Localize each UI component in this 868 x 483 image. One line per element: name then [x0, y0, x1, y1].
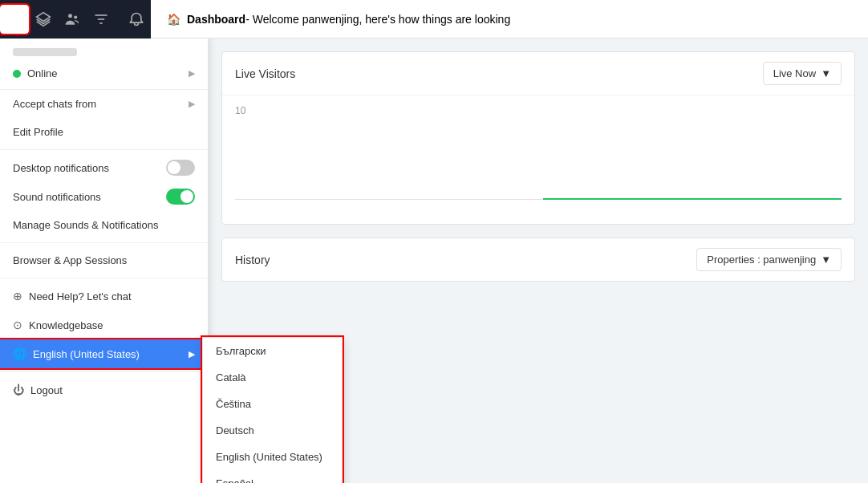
knowledgebase-label: Knowledgebase	[29, 319, 103, 331]
accept-chats-label: Accept chats from	[13, 98, 96, 110]
edit-profile-label: Edit Profile	[13, 126, 63, 138]
history-card: History Properties : panwenjing ▼	[221, 237, 855, 282]
live-now-label: Live Now	[773, 67, 816, 79]
lang-item-espanol[interactable]: Español	[203, 470, 342, 483]
sound-notif-label: Sound notifications	[13, 191, 166, 203]
browser-sessions-label: Browser & App Sessions	[13, 254, 127, 266]
browser-sessions-item[interactable]: Browser & App Sessions	[0, 246, 208, 274]
help-icon: ⊕	[13, 290, 22, 302]
online-dot	[13, 70, 21, 78]
username-bar	[13, 48, 77, 56]
lang-item-bulgarian[interactable]: Български	[203, 338, 342, 364]
kb-icon: ⊙	[13, 319, 22, 331]
page-header: 🏠 Dashboard - Welcome panwenjing, here's…	[151, 0, 868, 39]
lang-item-deutsch[interactable]: Deutsch	[203, 417, 342, 444]
divider-2	[0, 242, 208, 243]
page-subtitle: - Welcome panwenjing, here's how things …	[245, 13, 510, 26]
history-title: History	[235, 254, 270, 266]
desktop-notif-row: Desktop notifications	[0, 153, 208, 182]
live-visitors-chart: 10	[222, 95, 854, 224]
user-section: Online ▶	[0, 39, 208, 90]
chart-y-value: 10	[235, 105, 245, 116]
sound-notif-row: Sound notifications	[0, 182, 208, 211]
divider-4	[0, 371, 208, 372]
navbar: 🏠 Dashboard - Welcome panwenjing, here's…	[0, 0, 868, 39]
live-visitors-card: Live Visitors Live Now ▼ 10	[221, 51, 855, 225]
lang-item-cestina[interactable]: Čeština	[203, 391, 342, 417]
divider-3	[0, 278, 208, 278]
user-dropdown-menu: Online ▶ Accept chats from ▶ Edit Profil…	[0, 39, 209, 483]
bell-icon-btn[interactable]	[122, 5, 151, 34]
language-label: English (United States)	[33, 348, 140, 360]
svg-point-4	[74, 15, 77, 18]
language-icon: 🌐	[13, 347, 26, 360]
manage-sounds-item[interactable]: Manage Sounds & Notifications	[0, 211, 208, 239]
history-header: History Properties : panwenjing ▼	[222, 238, 854, 281]
svg-point-0	[12, 14, 18, 19]
svg-point-3	[68, 14, 72, 18]
people-icon-btn[interactable]	[58, 5, 87, 34]
live-visitors-header: Live Visitors Live Now ▼	[222, 52, 854, 95]
logout-label: Logout	[30, 384, 63, 396]
filter-icon-btn[interactable]	[87, 5, 116, 34]
history-filter-dropdown[interactable]: Properties : panwenjing ▼	[696, 248, 842, 271]
history-chevron-icon: ▼	[821, 254, 831, 266]
user-menu-button[interactable]	[0, 5, 29, 34]
live-visitors-actions: Live Now ▼	[763, 62, 842, 85]
chart-data-line	[543, 198, 842, 200]
lang-item-catala[interactable]: Català	[203, 364, 342, 391]
online-status-item[interactable]: Online ▶	[13, 64, 195, 83]
divider-1	[0, 149, 208, 150]
desktop-notif-toggle[interactable]	[166, 160, 195, 176]
accept-chats-arrow-icon: ▶	[189, 99, 195, 109]
knowledgebase-item[interactable]: ⊙ Knowledgebase	[0, 310, 208, 339]
language-submenu: Български Català Čeština Deutsch English…	[202, 337, 343, 483]
language-arrow-icon: ▶	[189, 349, 195, 359]
language-item[interactable]: 🌐 English (United States) ▶	[0, 339, 208, 368]
sound-notif-toggle[interactable]	[166, 189, 195, 205]
history-filter-label: Properties : panwenjing	[707, 254, 816, 266]
accept-chats-item[interactable]: Accept chats from ▶	[0, 90, 208, 118]
home-icon: 🏠	[167, 13, 180, 26]
edit-profile-item[interactable]: Edit Profile	[0, 118, 208, 146]
logout-icon: ⏻	[13, 384, 24, 396]
live-now-dropdown[interactable]: Live Now ▼	[763, 62, 842, 85]
lang-item-english-us[interactable]: English (United States)	[203, 444, 342, 470]
status-arrow-icon: ▶	[189, 68, 195, 79]
live-visitors-title: Live Visitors	[235, 67, 295, 80]
need-help-label: Need Help? Let's chat	[29, 290, 132, 302]
logout-item[interactable]: ⏻ Logout	[0, 375, 208, 404]
need-help-item[interactable]: ⊕ Need Help? Let's chat	[0, 282, 208, 310]
desktop-notif-label: Desktop notifications	[13, 162, 166, 174]
status-label: Online	[27, 67, 58, 79]
manage-sounds-label: Manage Sounds & Notifications	[13, 219, 158, 231]
layers-icon-btn[interactable]	[29, 5, 58, 34]
live-now-chevron-icon: ▼	[821, 67, 831, 79]
page-title: Dashboard	[187, 13, 245, 26]
